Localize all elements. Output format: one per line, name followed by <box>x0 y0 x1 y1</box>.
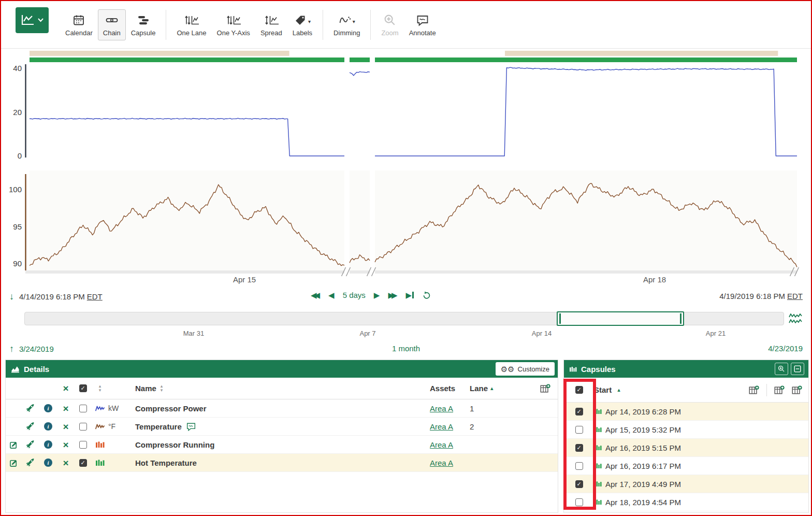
capsule-checkbox[interactable] <box>575 462 583 470</box>
edit-icon[interactable] <box>9 458 18 467</box>
svg-text:100: 100 <box>9 185 22 194</box>
toolbar-dimming-button[interactable]: ▾ Dimming <box>328 9 365 40</box>
details-panel-title: Details <box>24 365 49 374</box>
duration-label[interactable]: 5 days <box>343 291 366 299</box>
rocket-icon[interactable] <box>26 458 34 467</box>
capsule-checkbox[interactable] <box>575 426 583 434</box>
sort-type-icon[interactable]: ▴▾ <box>99 384 102 392</box>
assets-column-header[interactable]: Assets <box>421 384 465 393</box>
display-range-start[interactable]: 4/14/2019 6:18 PMEDT <box>19 292 103 301</box>
divider <box>766 384 767 396</box>
asset-link[interactable]: Area A <box>430 404 453 413</box>
collapse-panel-button[interactable] <box>791 363 804 375</box>
svg-text:90: 90 <box>13 259 22 268</box>
details-row-hot-temperature[interactable]: i × Hot Temperature Area A <box>6 454 558 472</box>
investigate-range-duration[interactable]: 1 month <box>392 344 420 353</box>
toolbar-zoom-button: Zoom <box>376 9 403 40</box>
timeline-track[interactable] <box>24 312 784 325</box>
comment-bubble-icon[interactable] <box>186 422 196 431</box>
capsule-row[interactable]: Apr 16, 2019 6:17 PM <box>564 457 808 475</box>
sort-name-icon[interactable]: ▴▾ <box>161 384 163 392</box>
asset-link[interactable]: Area A <box>430 440 453 449</box>
capsule-row[interactable]: Apr 14, 2019 6:28 PM <box>564 403 808 421</box>
add-column-icon[interactable] <box>540 384 550 393</box>
select-all-capsules-checkbox[interactable] <box>575 386 583 394</box>
timeline-signals-icon[interactable] <box>789 312 802 325</box>
row-checkbox[interactable] <box>79 405 87 412</box>
zoom-to-capsule-button[interactable] <box>775 363 788 375</box>
rocket-icon[interactable] <box>26 422 34 431</box>
toolbar-capsule-button[interactable]: Capsule <box>126 9 161 40</box>
toolbar-spread-button[interactable]: Spread <box>255 9 287 40</box>
capsule-checkbox[interactable] <box>575 408 583 415</box>
asset-link[interactable]: Area A <box>430 458 453 467</box>
remove-all-button[interactable]: × <box>63 383 68 393</box>
toolbar-annotate-button[interactable]: Annotate <box>404 9 441 40</box>
row-checkbox[interactable] <box>79 423 87 431</box>
capsule-icon <box>594 444 602 451</box>
lane-value: 1 <box>465 404 503 413</box>
unit-label: kW <box>108 404 129 412</box>
add-signal-column-icon[interactable] <box>792 385 802 395</box>
asset-link[interactable]: Area A <box>430 422 453 431</box>
capsule-row[interactable]: Apr 17, 2019 4:49 PM <box>564 475 808 493</box>
toolbar-items: Calendar Chain Capsule One Lane One Y-Ax… <box>60 4 441 46</box>
chevron-down-icon <box>38 18 44 22</box>
rocket-icon[interactable] <box>26 440 34 449</box>
trend-chart[interactable]: 402001009590Apr 15Apr 18 <box>1 50 812 288</box>
row-checkbox[interactable] <box>79 459 87 467</box>
remove-item-button[interactable]: × <box>63 422 68 432</box>
timezone-link[interactable]: EDT <box>87 292 103 301</box>
timeline-tick: Apr 14 <box>532 329 552 337</box>
details-row-compressor-running[interactable]: i × Compressor Running Area A <box>6 436 558 454</box>
details-row-temperature[interactable]: i × °F Temperature Area A 2 <box>6 418 558 436</box>
customize-button[interactable]: ⚙⚙Customize <box>496 362 555 376</box>
rocket-icon[interactable] <box>26 404 34 412</box>
remove-item-button[interactable]: × <box>63 440 68 450</box>
details-row-compressor-power[interactable]: i × kW Compressor Power Area A 1 <box>6 399 558 418</box>
step-back-full-button[interactable]: ◀◀ <box>311 291 320 299</box>
step-forward-full-button[interactable]: ▶▶ <box>388 291 397 299</box>
row-checkbox[interactable] <box>79 441 87 449</box>
gears-icon: ⚙⚙ <box>501 365 515 373</box>
toolbar-one-lane-button[interactable]: One Lane <box>171 9 211 40</box>
capsule-row[interactable]: Apr 18, 2019 4:54 PM <box>564 493 808 511</box>
info-icon[interactable]: i <box>44 404 52 412</box>
step-back-half-button[interactable]: ◀ <box>328 291 335 299</box>
unit-label: °F <box>108 422 129 431</box>
toolbar-calendar-button[interactable]: Calendar <box>60 9 98 40</box>
info-icon[interactable]: i <box>44 458 52 467</box>
investigate-range-end[interactable]: 4/23/2019 <box>768 344 803 353</box>
step-forward-half-button[interactable]: ▶ <box>374 291 380 299</box>
remove-item-button[interactable]: × <box>63 458 68 468</box>
investigate-range-start[interactable]: 3/24/2019 <box>19 345 54 353</box>
capsule-row[interactable]: Apr 16, 2019 5:15 PM <box>564 439 808 457</box>
display-range-end[interactable]: 4/19/2019 6:18 PMEDT <box>719 292 803 300</box>
capsule-checkbox[interactable] <box>575 444 583 452</box>
toolbar-labels-button[interactable]: ▾ Labels <box>287 9 317 40</box>
name-column-header[interactable]: Name <box>135 384 156 393</box>
capsule-checkbox[interactable] <box>575 498 583 506</box>
svg-text:0: 0 <box>18 151 22 160</box>
capsule-icon <box>594 408 602 415</box>
lane-column-header[interactable]: Lane▴ <box>465 384 503 393</box>
timeline-selection-window[interactable] <box>557 311 684 326</box>
info-icon[interactable]: i <box>44 422 52 431</box>
info-icon[interactable]: i <box>44 440 52 449</box>
timezone-link[interactable]: EDT <box>787 292 803 300</box>
remove-item-button[interactable]: × <box>63 404 68 413</box>
select-all-checkbox[interactable] <box>79 384 87 392</box>
zoom-in-icon <box>384 14 396 26</box>
toolbar-chain-button[interactable]: Chain <box>98 9 126 40</box>
trend-menu-button[interactable] <box>16 7 49 33</box>
edit-icon[interactable] <box>9 440 18 449</box>
refresh-icon[interactable] <box>422 291 431 299</box>
add-column-icon[interactable] <box>749 385 759 395</box>
add-capsule-column-icon[interactable] <box>774 385 785 395</box>
capsule-checkbox[interactable] <box>575 480 583 488</box>
toolbar-one-y-axis-button[interactable]: One Y-Axis <box>212 9 255 40</box>
capsule-row[interactable]: Apr 15, 2019 5:32 PM <box>564 421 808 439</box>
step-to-now-button[interactable]: ▶ <box>405 291 413 299</box>
one-lane-icon <box>184 14 199 26</box>
start-column-header[interactable]: Start <box>594 385 612 394</box>
